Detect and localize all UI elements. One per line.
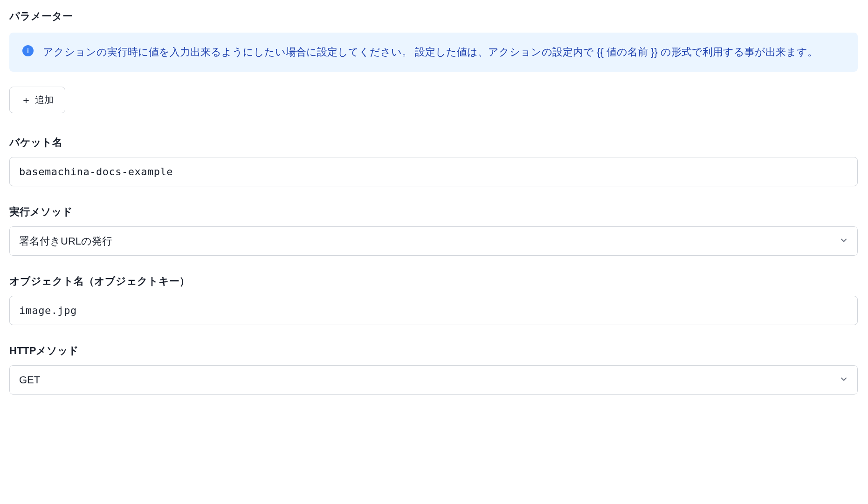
execution-method-select[interactable]: 署名付きURLの発行 [9, 226, 858, 256]
bucket-name-field-group: バケット名 [9, 136, 858, 186]
http-method-label: HTTPメソッド [9, 344, 858, 358]
info-icon: i [22, 45, 34, 56]
parameters-info-box: i アクションの実行時に値を入力出来るようにしたい場合に設定してください。 設定… [9, 33, 858, 72]
bucket-name-input[interactable] [9, 157, 858, 186]
add-button-label: 追加 [35, 94, 54, 106]
bucket-name-label: バケット名 [9, 136, 858, 150]
parameters-info-text: アクションの実行時に値を入力出来るようにしたい場合に設定してください。 設定した… [43, 44, 818, 61]
parameters-section-title: パラメーター [9, 9, 858, 23]
plus-icon: ＋ [21, 95, 31, 105]
http-method-select[interactable]: GET [9, 365, 858, 395]
object-name-field-group: オブジェクト名（オブジェクトキー） [9, 274, 858, 325]
execution-method-label: 実行メソッド [9, 205, 858, 219]
add-parameter-button[interactable]: ＋ 追加 [9, 87, 65, 113]
object-name-label: オブジェクト名（オブジェクトキー） [9, 274, 858, 288]
object-name-input[interactable] [9, 296, 858, 325]
http-method-field-group: HTTPメソッド GET [9, 344, 858, 395]
execution-method-field-group: 実行メソッド 署名付きURLの発行 [9, 205, 858, 256]
